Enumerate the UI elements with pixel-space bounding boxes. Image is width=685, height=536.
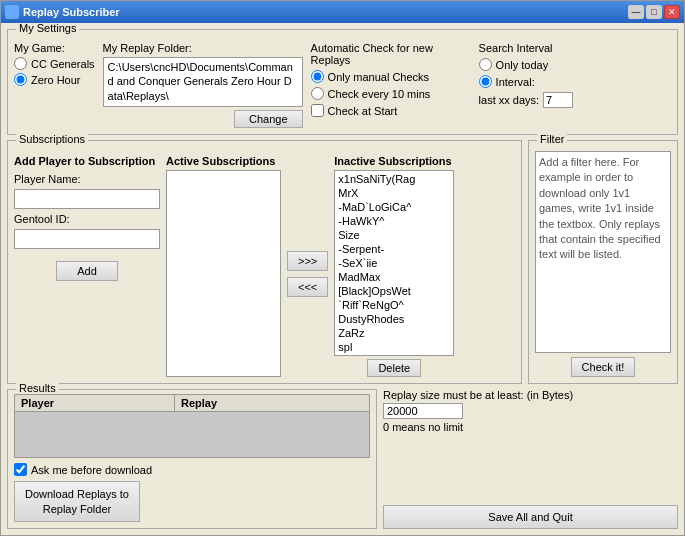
list-item[interactable]: -MaD`LoGiCa^ — [336, 200, 452, 214]
inactive-subscriptions-section: Inactive Subscriptions x1nSaNiTy(RagMrX-… — [334, 155, 454, 377]
results-header: Player Replay — [15, 395, 369, 412]
ask-before-download-label: Ask me before download — [31, 464, 152, 476]
close-button[interactable]: ✕ — [664, 5, 680, 19]
cc-generals-label: CC Generals — [31, 58, 95, 70]
subscriptions-group: Subscriptions Add Player to Subscription… — [7, 140, 522, 384]
cc-generals-radio[interactable] — [14, 57, 27, 70]
last-xx-days-label: last xx days: — [479, 94, 540, 106]
window-title: Replay Subscriber — [23, 6, 624, 18]
list-item[interactable]: [Black]OpsWet — [336, 284, 452, 298]
filter-group: Filter Check it! — [528, 140, 678, 384]
ask-before-download-row: Ask me before download — [14, 463, 152, 476]
replay-size-section: Replay size must be at least: (in Bytes)… — [383, 389, 678, 433]
gentool-id-input[interactable] — [14, 229, 160, 249]
list-item[interactable]: -HaWkY^ — [336, 214, 452, 228]
my-game-label: My Game: — [14, 42, 95, 54]
check-at-start-checkbox[interactable] — [311, 104, 324, 117]
only-today-label: Only today — [496, 59, 549, 71]
results-group: Results Player Replay Ask me before down… — [7, 389, 377, 529]
interval-radio[interactable] — [479, 75, 492, 88]
results-label: Results — [16, 382, 59, 394]
manual-check-label: Only manual Checks — [328, 71, 430, 83]
my-settings-group: My Settings My Game: CC Generals Zero Ho… — [7, 29, 678, 135]
minimize-button[interactable]: — — [628, 5, 644, 19]
download-replays-button[interactable]: Download Replays toReplay Folder — [14, 481, 140, 522]
list-item[interactable]: spl — [336, 340, 452, 354]
auto-check-label: Automatic Check for new Replays — [311, 42, 471, 66]
add-player-button[interactable]: Add — [56, 261, 118, 281]
cc-generals-radio-row: CC Generals — [14, 57, 95, 70]
list-item[interactable]: ZaRz — [336, 326, 452, 340]
change-folder-button[interactable]: Change — [234, 110, 303, 128]
only-today-radio[interactable] — [479, 58, 492, 71]
arrow-section: >>> <<< — [287, 155, 328, 377]
replay-size-input[interactable] — [383, 403, 463, 419]
main-window: Replay Subscriber — □ ✕ My Settings My G… — [0, 0, 685, 536]
list-item[interactable]: MadMax — [336, 270, 452, 284]
interval-radio-row: Interval: — [479, 75, 671, 88]
every-10-radio[interactable] — [311, 87, 324, 100]
zero-means-label: 0 means no limit — [383, 421, 678, 433]
only-today-radio-row: Only today — [479, 58, 671, 71]
main-content: My Settings My Game: CC Generals Zero Ho… — [1, 23, 684, 535]
list-item[interactable]: -SeX`iie — [336, 256, 452, 270]
player-name-input[interactable] — [14, 189, 160, 209]
replay-folder-section: My Replay Folder: C:\Users\cncHD\Documen… — [103, 42, 303, 128]
move-left-button[interactable]: <<< — [287, 277, 328, 297]
days-input[interactable] — [543, 92, 573, 108]
ask-before-download-checkbox[interactable] — [14, 463, 27, 476]
check-at-start-label: Check at Start — [328, 105, 398, 117]
every-10-label: Check every 10 mins — [328, 88, 431, 100]
add-player-section: Add Player to Subscription Player Name: … — [14, 155, 160, 377]
list-item[interactable]: MrX — [336, 186, 452, 200]
zero-hour-radio-row: Zero Hour — [14, 73, 95, 86]
my-settings-label: My Settings — [16, 23, 79, 34]
check-at-start-row: Check at Start — [311, 104, 471, 117]
add-player-title: Add Player to Subscription — [14, 155, 160, 167]
manual-check-radio-row: Only manual Checks — [311, 70, 471, 83]
interval-label: Interval: — [496, 76, 535, 88]
every-10-radio-row: Check every 10 mins — [311, 87, 471, 100]
manual-check-radio[interactable] — [311, 70, 324, 83]
window-icon — [5, 5, 19, 19]
subscriptions-content: Add Player to Subscription Player Name: … — [14, 155, 515, 377]
gentool-id-label: Gentool ID: — [14, 213, 160, 225]
active-sub-label: Active Subscriptions — [166, 155, 281, 167]
active-subscriptions-section: Active Subscriptions — [166, 155, 281, 377]
filter-textarea[interactable] — [535, 151, 671, 353]
maximize-button[interactable]: □ — [646, 5, 662, 19]
move-right-button[interactable]: >>> — [287, 251, 328, 271]
results-replay-header: Replay — [175, 395, 369, 411]
title-bar-buttons: — □ ✕ — [628, 5, 680, 19]
auto-check-section: Automatic Check for new Replays Only man… — [311, 42, 471, 128]
bottom-section: Results Player Replay Ask me before down… — [7, 389, 678, 529]
search-interval-label: Search Interval — [479, 42, 671, 54]
list-item[interactable]: -Serpent- — [336, 242, 452, 256]
title-bar: Replay Subscriber — □ ✕ — [1, 1, 684, 23]
list-item[interactable]: DustyRhodes — [336, 312, 452, 326]
replay-folder-label: My Replay Folder: — [103, 42, 303, 54]
list-item[interactable]: `Riff`ReNgO^ — [336, 298, 452, 312]
filter-label: Filter — [537, 133, 567, 145]
subscriptions-label: Subscriptions — [16, 133, 88, 145]
player-name-label: Player Name: — [14, 173, 160, 185]
my-game-section: My Game: CC Generals Zero Hour — [14, 42, 95, 128]
results-table: Player Replay — [14, 394, 370, 458]
list-item[interactable]: Size — [336, 228, 452, 242]
replay-size-label: Replay size must be at least: (in Bytes) — [383, 389, 678, 401]
my-settings-content: My Game: CC Generals Zero Hour My Replay… — [14, 42, 671, 128]
delete-button[interactable]: Delete — [367, 359, 421, 377]
zero-hour-label: Zero Hour — [31, 74, 81, 86]
inactive-subscriptions-list[interactable]: x1nSaNiTy(RagMrX-MaD`LoGiCa^-HaWkY^Size-… — [334, 170, 454, 356]
search-interval-section: Search Interval Only today Interval: las… — [479, 42, 671, 128]
inactive-sub-label: Inactive Subscriptions — [334, 155, 454, 167]
folder-path-display: C:\Users\cncHD\Documents\Command and Con… — [103, 57, 303, 107]
right-panel: Replay size must be at least: (in Bytes)… — [383, 389, 678, 529]
save-quit-button[interactable]: Save All and Quit — [383, 505, 678, 529]
results-player-header: Player — [15, 395, 175, 411]
check-it-button[interactable]: Check it! — [571, 357, 636, 377]
middle-row: Subscriptions Add Player to Subscription… — [7, 140, 678, 384]
zero-hour-radio[interactable] — [14, 73, 27, 86]
active-subscriptions-list[interactable] — [166, 170, 281, 377]
list-item[interactable]: x1nSaNiTy(Rag — [336, 172, 452, 186]
